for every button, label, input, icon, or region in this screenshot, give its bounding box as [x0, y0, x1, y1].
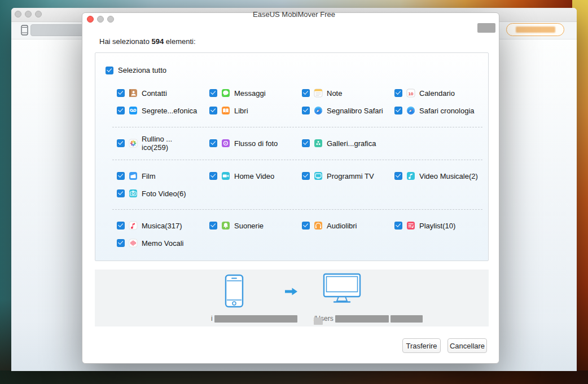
item-label: Musica(317): [142, 222, 182, 230]
item-checkbox[interactable]: [117, 222, 125, 229]
item-checkbox[interactable]: [209, 89, 217, 97]
select-item-film[interactable]: Film: [117, 171, 156, 180]
select-item-music[interactable]: Musica(317): [117, 221, 182, 230]
destination-path-redacted-light: [314, 317, 323, 325]
item-checkbox[interactable]: [302, 222, 310, 229]
item-checkbox[interactable]: [302, 139, 310, 147]
item-label: Memo Vocali: [142, 239, 183, 248]
iphone-small-icon: [21, 25, 28, 38]
item-checkbox[interactable]: [302, 107, 310, 114]
item-checkbox[interactable]: [394, 172, 402, 180]
item-checkbox[interactable]: [394, 89, 402, 97]
item-checkbox[interactable]: [209, 139, 217, 147]
item-checkbox[interactable]: [117, 139, 125, 147]
item-checkbox[interactable]: [117, 239, 125, 247]
item-checkbox[interactable]: [209, 107, 217, 114]
item-label: Messaggi: [234, 89, 266, 98]
item-label: Libri: [234, 107, 248, 115]
select-item-gallery[interactable]: Galleri...grafica: [302, 139, 376, 148]
select-item-calendar[interactable]: 10Calendario: [394, 89, 455, 98]
item-label: Flusso di foto: [234, 139, 278, 148]
item-checkbox[interactable]: [117, 172, 125, 180]
svg-text:10: 10: [409, 91, 414, 96]
select-item-tv[interactable]: Programmi TV: [302, 171, 374, 180]
arrow-right-icon: [284, 287, 298, 298]
musicvideo-icon: [406, 171, 415, 180]
select-item-contacts[interactable]: Contatti: [117, 89, 167, 98]
transfer-button[interactable]: Trasferire: [402, 338, 441, 353]
upgrade-button[interactable]: [506, 23, 564, 36]
item-label: Segrete...efonica: [142, 107, 197, 115]
transfer-preview: i /Users: [95, 270, 489, 326]
window-close-button[interactable]: [15, 11, 21, 17]
voicemail-icon: [129, 106, 138, 115]
item-label: Segnalibro Safari: [327, 107, 383, 115]
select-item-books[interactable]: Libri: [209, 106, 248, 115]
select-all-checkbox[interactable]: [106, 67, 113, 74]
select-item-voicemail[interactable]: Segrete...efonica: [117, 106, 197, 115]
item-checkbox[interactable]: [117, 89, 125, 97]
item-label: Suonerie: [234, 222, 264, 230]
select-item-homevideo[interactable]: Home Video: [209, 171, 274, 180]
destination-path: /Users: [314, 315, 423, 323]
selection-panel: Seleziona tutto ContattiMessaggiNote10Ca…: [95, 52, 489, 261]
select-item-photostream[interactable]: Flusso di foto: [209, 139, 278, 148]
select-item-photovideo[interactable]: Foto Video(6): [117, 189, 186, 198]
item-checkbox[interactable]: [117, 189, 125, 197]
safari-icon: [406, 106, 415, 115]
select-item-photos[interactable]: Rullino ... ico(259): [117, 135, 172, 152]
group-separator: [112, 160, 482, 160]
item-checkbox[interactable]: [394, 107, 402, 114]
source-name-redacted: [214, 315, 297, 323]
item-label: Foto Video(6): [142, 189, 186, 198]
item-label: Playlist(10): [419, 222, 455, 230]
cancel-button[interactable]: Cancellare: [447, 338, 487, 353]
item-checkbox[interactable]: [209, 172, 217, 180]
select-item-voicememo[interactable]: Memo Vocali: [117, 239, 183, 248]
item-checkbox[interactable]: [209, 222, 217, 229]
voicememo-icon: [129, 239, 138, 248]
calendar-icon: 10: [406, 89, 415, 98]
ringtones-icon: [221, 221, 230, 230]
select-item-notes[interactable]: Note: [302, 89, 342, 98]
select-item-playlist[interactable]: Playlist(10): [394, 221, 455, 230]
window-zoom-button[interactable]: [35, 11, 42, 17]
dialog-close-button[interactable]: [87, 16, 94, 23]
select-item-messages[interactable]: Messaggi: [209, 89, 266, 98]
source-device-name: i: [211, 315, 297, 323]
item-checkbox[interactable]: [302, 89, 310, 97]
select-item-audiobooks[interactable]: Audiolibri: [302, 221, 357, 230]
film-icon: [129, 171, 138, 180]
item-label: Galleri...grafica: [327, 139, 376, 148]
selection-summary: Hai selezionato 594 elementi:: [99, 37, 196, 46]
transfer-dialog: Hai selezionato 594 elementi: Seleziona …: [82, 12, 499, 364]
dialog-minimize-button: [97, 16, 104, 23]
tv-icon: [314, 171, 323, 180]
item-label: Film: [142, 172, 156, 180]
select-item-ringtones[interactable]: Suonerie: [209, 221, 264, 230]
destination-path-redacted: [335, 315, 389, 323]
item-checkbox[interactable]: [117, 107, 125, 114]
item-label: Calendario: [419, 89, 455, 98]
messages-icon: [221, 89, 230, 98]
item-checkbox[interactable]: [302, 172, 310, 180]
select-item-safari[interactable]: Safari cronologia: [394, 106, 475, 115]
playlist-icon: [406, 221, 415, 230]
window-minimize-button[interactable]: [25, 11, 32, 17]
summary-count: 594: [152, 37, 164, 46]
item-label: Safari cronologia: [419, 107, 475, 115]
group-separator: [112, 127, 482, 127]
group-separator: [112, 209, 482, 210]
photos-icon: [129, 139, 138, 148]
select-item-musicvideo[interactable]: Video Musicale(2): [394, 171, 478, 180]
iphone-icon: [225, 274, 244, 310]
summary-suffix: elementi:: [164, 37, 195, 46]
select-all-row[interactable]: Seleziona tutto: [106, 66, 166, 74]
destination-path-redacted-2: [390, 315, 423, 323]
item-checkbox[interactable]: [394, 222, 402, 229]
summary-prefix: Hai selezionato: [99, 37, 152, 46]
safari-icon: [314, 106, 323, 115]
select-item-safari[interactable]: Segnalibro Safari: [302, 106, 383, 115]
item-label: Home Video: [234, 172, 274, 180]
item-label: Note: [327, 89, 342, 98]
